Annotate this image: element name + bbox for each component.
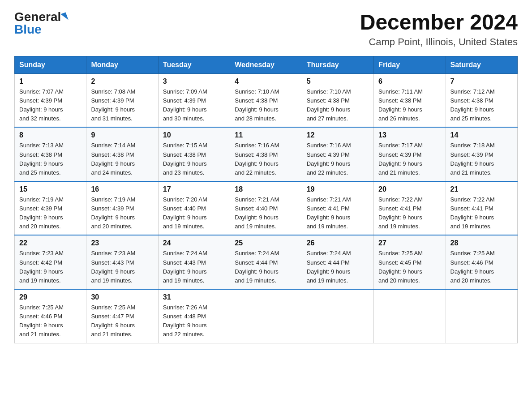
daylight-label: Daylight: 9 hours: [450, 214, 494, 221]
calendar-week-row: 1 Sunrise: 7:07 AM Sunset: 4:39 PM Dayli…: [15, 73, 518, 127]
daylight-label: Daylight: 9 hours: [19, 322, 63, 329]
table-row: 21 Sunrise: 7:22 AM Sunset: 4:41 PM Dayl…: [446, 181, 517, 235]
daylight-minutes: and 22 minutes.: [307, 169, 348, 176]
day-number: 18: [235, 185, 297, 193]
sunset-label: Sunset: 4:38 PM: [235, 97, 278, 104]
sunset-label: Sunset: 4:44 PM: [307, 259, 350, 266]
col-saturday: Saturday: [446, 56, 517, 73]
day-info: Sunrise: 7:11 AM Sunset: 4:38 PM Dayligh…: [378, 87, 441, 124]
table-row: 7 Sunrise: 7:12 AM Sunset: 4:38 PM Dayli…: [446, 73, 517, 127]
calendar-table: Sunday Monday Tuesday Wednesday Thursday…: [14, 56, 518, 343]
sunrise-label: Sunrise: 7:25 AM: [91, 304, 135, 311]
daylight-minutes: and 26 minutes.: [378, 115, 420, 122]
daylight-minutes: and 25 minutes.: [450, 115, 492, 122]
daylight-minutes: and 20 minutes.: [19, 223, 61, 230]
sunset-label: Sunset: 4:39 PM: [450, 151, 493, 158]
table-row: 12 Sunrise: 7:16 AM Sunset: 4:39 PM Dayl…: [302, 127, 373, 181]
daylight-label: Daylight: 9 hours: [163, 214, 207, 221]
table-row: 15 Sunrise: 7:19 AM Sunset: 4:39 PM Dayl…: [15, 181, 86, 235]
sunrise-label: Sunrise: 7:25 AM: [450, 250, 495, 257]
col-sunday: Sunday: [15, 56, 86, 73]
sunrise-label: Sunrise: 7:22 AM: [450, 196, 495, 203]
sunset-label: Sunset: 4:41 PM: [450, 205, 493, 212]
table-row: 9 Sunrise: 7:14 AM Sunset: 4:38 PM Dayli…: [86, 127, 158, 181]
sunset-label: Sunset: 4:38 PM: [307, 97, 350, 104]
daylight-minutes: and 19 minutes.: [163, 277, 205, 284]
sunrise-label: Sunrise: 7:21 AM: [235, 196, 279, 203]
day-info: Sunrise: 7:21 AM Sunset: 4:40 PM Dayligh…: [235, 195, 297, 231]
table-row: 31 Sunrise: 7:26 AM Sunset: 4:48 PM Dayl…: [158, 289, 230, 343]
day-number: 6: [378, 77, 441, 86]
daylight-minutes: and 21 minutes.: [19, 331, 61, 338]
sunrise-label: Sunrise: 7:07 AM: [19, 88, 64, 95]
day-info: Sunrise: 7:21 AM Sunset: 4:41 PM Dayligh…: [307, 195, 369, 231]
table-row: 29 Sunrise: 7:25 AM Sunset: 4:46 PM Dayl…: [15, 289, 86, 343]
day-info: Sunrise: 7:16 AM Sunset: 4:38 PM Dayligh…: [235, 141, 297, 177]
day-number: 30: [91, 293, 153, 301]
day-info: Sunrise: 7:08 AM Sunset: 4:39 PM Dayligh…: [91, 87, 153, 124]
sunset-label: Sunset: 4:39 PM: [19, 97, 62, 104]
sunset-label: Sunset: 4:38 PM: [163, 151, 206, 158]
day-info: Sunrise: 7:26 AM Sunset: 4:48 PM Dayligh…: [163, 303, 225, 339]
daylight-label: Daylight: 9 hours: [235, 214, 279, 221]
day-number: 31: [163, 293, 225, 301]
location-title: Camp Point, Illinois, United States: [360, 36, 518, 48]
daylight-label: Daylight: 9 hours: [450, 106, 494, 113]
table-row: 30 Sunrise: 7:25 AM Sunset: 4:47 PM Dayl…: [86, 289, 158, 343]
table-row: 10 Sunrise: 7:15 AM Sunset: 4:38 PM Dayl…: [158, 127, 230, 181]
calendar-header-row: Sunday Monday Tuesday Wednesday Thursday…: [15, 56, 518, 73]
daylight-label: Daylight: 9 hours: [163, 106, 207, 113]
daylight-minutes: and 32 minutes.: [19, 115, 61, 122]
daylight-label: Daylight: 9 hours: [378, 268, 422, 275]
daylight-minutes: and 21 minutes.: [378, 169, 420, 176]
col-monday: Monday: [86, 56, 158, 73]
sunset-label: Sunset: 4:42 PM: [19, 259, 62, 266]
table-row: 14 Sunrise: 7:18 AM Sunset: 4:39 PM Dayl…: [446, 127, 517, 181]
sunrise-label: Sunrise: 7:24 AM: [163, 250, 207, 257]
col-wednesday: Wednesday: [230, 56, 302, 73]
sunrise-label: Sunrise: 7:21 AM: [307, 196, 351, 203]
day-number: 4: [235, 77, 297, 86]
day-number: 27: [378, 239, 441, 247]
logo-general: General: [14, 11, 61, 23]
day-number: 3: [163, 77, 225, 86]
daylight-label: Daylight: 9 hours: [235, 160, 279, 167]
daylight-label: Daylight: 9 hours: [19, 268, 63, 275]
daylight-minutes: and 25 minutes.: [19, 169, 61, 176]
sunset-label: Sunset: 4:39 PM: [307, 151, 350, 158]
daylight-label: Daylight: 9 hours: [378, 160, 422, 167]
daylight-label: Daylight: 9 hours: [19, 106, 63, 113]
table-row: 5 Sunrise: 7:10 AM Sunset: 4:38 PM Dayli…: [302, 73, 373, 127]
day-number: 8: [19, 131, 82, 139]
sunrise-label: Sunrise: 7:16 AM: [307, 142, 351, 149]
sunrise-label: Sunrise: 7:24 AM: [235, 250, 279, 257]
day-info: Sunrise: 7:22 AM Sunset: 4:41 PM Dayligh…: [378, 195, 441, 231]
sunrise-label: Sunrise: 7:23 AM: [19, 250, 64, 257]
daylight-minutes: and 27 minutes.: [307, 115, 348, 122]
daylight-minutes: and 22 minutes.: [235, 169, 276, 176]
daylight-label: Daylight: 9 hours: [307, 106, 351, 113]
daylight-label: Daylight: 9 hours: [378, 214, 422, 221]
day-number: 5: [307, 77, 369, 86]
daylight-minutes: and 20 minutes.: [450, 277, 492, 284]
sunset-label: Sunset: 4:38 PM: [91, 151, 134, 158]
sunrise-label: Sunrise: 7:10 AM: [235, 88, 279, 95]
day-info: Sunrise: 7:24 AM Sunset: 4:44 PM Dayligh…: [235, 249, 297, 285]
day-number: 2: [91, 77, 153, 86]
daylight-minutes: and 19 minutes.: [235, 277, 276, 284]
daylight-minutes: and 23 minutes.: [163, 169, 205, 176]
month-title: December 2024: [360, 11, 518, 34]
daylight-minutes: and 19 minutes.: [450, 223, 492, 230]
sunrise-label: Sunrise: 7:11 AM: [378, 88, 423, 95]
sunrise-label: Sunrise: 7:25 AM: [378, 250, 423, 257]
day-info: Sunrise: 7:13 AM Sunset: 4:38 PM Dayligh…: [19, 141, 82, 177]
table-row: 17 Sunrise: 7:20 AM Sunset: 4:40 PM Dayl…: [158, 181, 230, 235]
sunset-label: Sunset: 4:41 PM: [378, 205, 421, 212]
day-number: 24: [163, 239, 225, 247]
day-number: 9: [91, 131, 153, 139]
sunset-label: Sunset: 4:46 PM: [19, 313, 62, 320]
sunrise-label: Sunrise: 7:22 AM: [378, 196, 423, 203]
day-info: Sunrise: 7:09 AM Sunset: 4:39 PM Dayligh…: [163, 87, 225, 124]
daylight-label: Daylight: 9 hours: [307, 214, 351, 221]
daylight-label: Daylight: 9 hours: [19, 214, 63, 221]
